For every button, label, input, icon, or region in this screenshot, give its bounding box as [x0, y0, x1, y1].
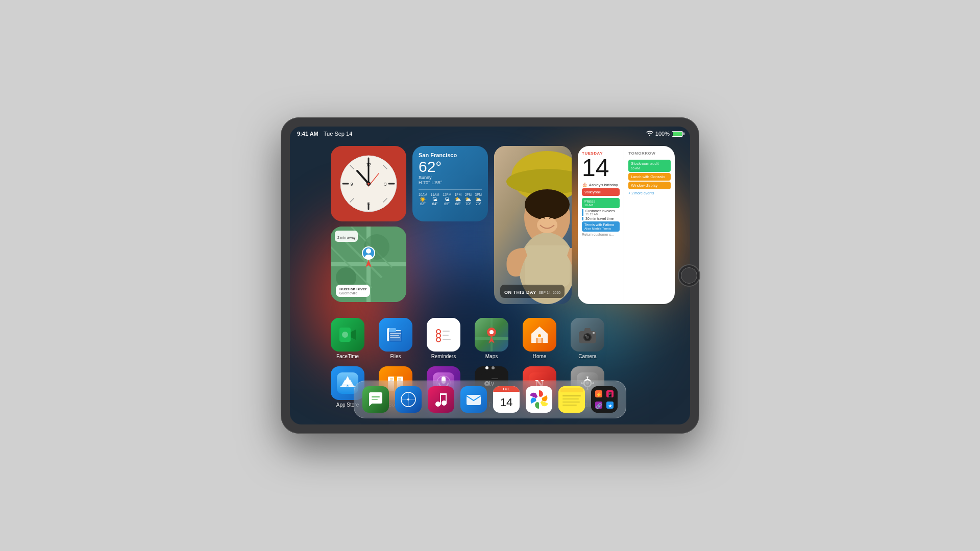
dock-safari[interactable] [395, 386, 422, 413]
widgets-area: 12 3 6 9 [331, 146, 675, 304]
svg-rect-44 [443, 331, 450, 332]
svg-rect-103 [562, 398, 579, 399]
svg-rect-69 [398, 379, 401, 380]
calendar-widget[interactable]: TUESDAY 14 🎂 Ashley's birthday Volleybal… [578, 146, 675, 304]
weather-condition: Sunny [419, 175, 482, 180]
app-facetime-label: FaceTime [336, 354, 359, 359]
svg-rect-95 [440, 393, 441, 405]
ipad-device: 9:41 AM Tue Sep 14 100% [281, 117, 699, 434]
widget-col1: 12 3 6 9 [331, 146, 406, 304]
calendar-today: TUESDAY 14 🎂 Ashley's birthday Volleybal… [578, 146, 624, 304]
dock-notes[interactable] [558, 386, 585, 413]
svg-point-30 [525, 189, 570, 220]
dock-calendar[interactable]: TUE 14 [493, 386, 520, 413]
maps-widget[interactable]: Russian River Guerneville 2 min away [331, 227, 406, 302]
calendar-event-pilates: Pilates10 AM [582, 198, 620, 208]
page-dots [485, 366, 495, 369]
svg-text:📱: 📱 [607, 391, 614, 398]
svg-rect-101 [560, 388, 583, 392]
dock-calendar-day: TUE [493, 386, 520, 392]
svg-rect-86 [372, 396, 380, 397]
calendar-event-tennis: Tennis with FatimaAlice Marble Tennis [582, 221, 620, 232]
svg-text:9: 9 [350, 182, 353, 187]
page-dot-1[interactable] [485, 366, 488, 369]
svg-rect-96 [446, 393, 447, 404]
photo-overlay: ON THIS DAY SEP 14, 2020 [500, 285, 566, 298]
svg-text:6: 6 [367, 201, 370, 206]
weather-city: San Francisco [419, 152, 482, 158]
calendar-event-return: Return customer s... [582, 233, 620, 236]
ipad-screen: 9:41 AM Tue Sep 14 100% [290, 127, 690, 424]
svg-text:⚡: ⚡ [596, 391, 602, 398]
calendar-event-lunch: Lunch with Gonzalo [628, 173, 671, 181]
svg-point-92 [435, 402, 440, 407]
svg-rect-61 [340, 386, 355, 387]
photo-widget[interactable]: ON THIS DAY SEP 14, 2020 [494, 146, 572, 304]
maps-location-label: Russian River Guerneville [336, 285, 370, 297]
weather-hourly: 10AM☀️62° 11AM🌤64° 12PM🌤65° 1PM⛅68° 2PM⛅… [419, 189, 482, 206]
svg-rect-102 [562, 395, 581, 396]
weather-temperature: 62° [419, 158, 482, 175]
app-facetime[interactable]: FaceTime [331, 318, 364, 359]
home-screen: 9:41 AM Tue Sep 14 100% [290, 127, 690, 424]
calendar-tomorrow: TOMORROW Stockroom audit10 AM Lunch with… [624, 146, 675, 304]
photo-tag-date: SEP 14, 2020 [538, 291, 560, 294]
status-bar: 9:41 AM Tue Sep 14 100% [290, 127, 690, 141]
home-button[interactable] [678, 264, 700, 287]
svg-point-51 [489, 330, 494, 334]
dock-mail[interactable] [460, 386, 487, 413]
weather-hi-lo: H:70° L:55° [419, 180, 482, 185]
maps-location-name: Russian River [339, 287, 366, 291]
maps-distance: 2 min away [337, 236, 355, 239]
dock-photos[interactable] [526, 386, 552, 413]
dock-calendar-date: 14 [493, 392, 520, 413]
svg-rect-52 [537, 338, 542, 343]
calendar-tomorrow-label: TOMORROW [628, 151, 671, 156]
app-home[interactable]: Home [523, 318, 556, 359]
svg-rect-48 [443, 339, 451, 340]
svg-point-25 [365, 255, 372, 260]
page-dot-2[interactable] [492, 366, 495, 369]
svg-rect-32 [525, 245, 570, 286]
calendar-event-invoices: Customer invoices [585, 209, 620, 213]
svg-point-53 [538, 334, 541, 337]
dock-music[interactable] [428, 386, 454, 413]
app-files[interactable]: Files [379, 318, 412, 359]
status-time: 9:41 AM [297, 131, 318, 137]
svg-rect-59 [593, 332, 595, 334]
wifi-icon [646, 131, 653, 137]
svg-rect-41 [390, 337, 400, 338]
calendar-event-window: Window display [628, 182, 671, 189]
svg-point-99 [536, 396, 542, 403]
svg-point-17 [368, 183, 370, 185]
clock-widget[interactable]: 12 3 6 9 [331, 146, 406, 221]
svg-text:3: 3 [384, 182, 386, 187]
svg-rect-87 [372, 399, 378, 400]
svg-rect-39 [390, 333, 401, 334]
svg-rect-106 [591, 386, 618, 413]
photo-tag-title: ON THIS DAY [504, 290, 536, 295]
apps-row-1: FaceTime [331, 318, 665, 359]
svg-rect-105 [562, 405, 577, 406]
calendar-birthday: Ashley's birthday [589, 183, 618, 187]
battery-icon [672, 131, 683, 137]
svg-text:★: ★ [608, 403, 612, 409]
app-maps-label: Maps [485, 354, 498, 359]
app-maps[interactable]: Maps [475, 318, 508, 359]
app-camera[interactable]: Camera [571, 318, 604, 359]
calendar-more-events: + 2 more events [628, 191, 671, 195]
svg-rect-104 [562, 402, 580, 403]
dock-messages[interactable] [362, 386, 389, 413]
weather-widget[interactable]: San Francisco 62° Sunny H:70° L:55° 10AM… [412, 146, 488, 221]
dock-shortcuts[interactable]: ⚡ 📱 🔗 ★ [591, 386, 618, 413]
calendar-date-number: 14 [582, 156, 620, 180]
app-files-label: Files [390, 354, 401, 359]
calendar-event-stockroom: Stockroom audit10 AM [628, 160, 671, 172]
app-reminders[interactable]: Reminders [427, 318, 460, 359]
battery-percent: 100% [655, 131, 670, 137]
calendar-event-travel: 30 min travel time [585, 217, 620, 220]
dock: TUE 14 [354, 381, 626, 418]
svg-text:🔗: 🔗 [596, 403, 602, 409]
svg-point-24 [366, 248, 371, 254]
app-reminders-label: Reminders [431, 354, 456, 359]
